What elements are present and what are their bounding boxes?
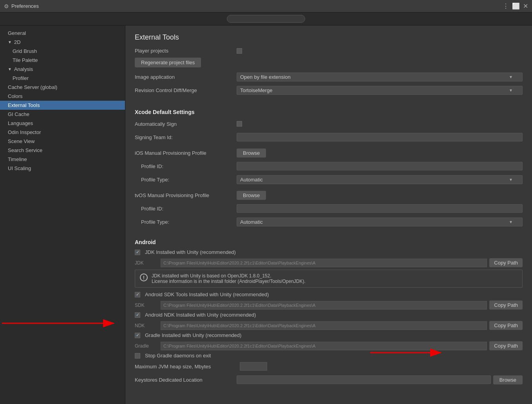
sidebar-label: Languages (8, 120, 33, 126)
sidebar-label: Tile Palette (13, 57, 38, 63)
sdk-copy-path-button[interactable]: Copy Path (489, 301, 523, 310)
revision-control-dropdown[interactable]: TortoiseMerge ▼ (237, 86, 523, 95)
sidebar-item-tile-palette[interactable]: Tile Palette (0, 56, 125, 65)
gradle-copy-path-button[interactable]: Copy Path (489, 341, 523, 350)
chevron-down-icon: ▼ (8, 67, 12, 71)
window-controls[interactable]: ⋮ ⬜ ✕ (503, 2, 528, 10)
sidebar-item-search-service[interactable]: Search Service (0, 146, 125, 155)
close-icon[interactable]: ✕ (523, 2, 528, 10)
chevron-down-icon: ▼ (8, 40, 12, 44)
ndk-path-row: NDK C:\Program Files\Unity\Hub\Editor\20… (135, 321, 523, 330)
search-input[interactable] (227, 15, 305, 23)
ndk-checkbox[interactable] (135, 312, 140, 318)
sidebar-item-languages[interactable]: Languages (0, 119, 125, 128)
ndk-copy-path-button[interactable]: Copy Path (489, 321, 523, 330)
sidebar-label: Cache Server (global) (8, 84, 57, 90)
page-title: External Tools (135, 33, 523, 42)
ios-browse-button[interactable]: Browse (237, 149, 266, 158)
player-projects-label: Player projects (135, 48, 237, 54)
stop-gradle-checkbox[interactable] (135, 353, 140, 359)
sidebar-label: UI Scaling (8, 165, 31, 171)
ndk-checkbox-row: Android NDK Installed with Unity (recomm… (135, 312, 523, 318)
gradle-checkbox[interactable] (135, 333, 140, 338)
sidebar-item-scene-view[interactable]: Scene View (0, 137, 125, 146)
jdk-checkbox-row: JDK Installed with Unity (recommended) (135, 249, 523, 255)
sidebar-label: Odin Inspector (8, 129, 41, 135)
sidebar-item-analysis[interactable]: ▼ Analysis (0, 65, 125, 74)
keystores-row: Keystores Dedicated Location C:/Users/20… (135, 375, 523, 384)
sidebar-label: 2D (14, 39, 21, 45)
sidebar-item-gi-cache[interactable]: GI Cache (0, 110, 125, 119)
player-projects-checkbox[interactable] (237, 48, 242, 54)
ios-profile-type-dropdown[interactable]: Automatic ▼ (237, 175, 523, 184)
sidebar-item-2d[interactable]: ▼ 2D (0, 38, 125, 47)
gradle-checkbox-label: Gradle Installed with Unity (recommended… (145, 332, 241, 338)
sidebar-label: Profiler (13, 75, 29, 81)
tvos-profile-type-dropdown[interactable]: Automatic ▼ (237, 217, 523, 226)
gradle-path-field: C:\Program Files\Unity\Hub\Editor\2020.2… (161, 342, 487, 350)
menu-icon[interactable]: ⋮ (503, 2, 509, 10)
sidebar-label: Scene View (8, 138, 34, 144)
sidebar-item-ui-scaling[interactable]: UI Scaling (0, 164, 125, 173)
main-layout: General ▼ 2D Grid Brush Tile Palette ▼ A… (0, 25, 532, 404)
gradle-checkbox-row: Gradle Installed with Unity (recommended… (135, 332, 523, 338)
ios-profile-id-row: Profile ID: (135, 161, 523, 171)
maximize-icon[interactable]: ⬜ (512, 2, 520, 10)
title-bar: ⚙ Preferences ⋮ ⬜ ✕ (0, 0, 532, 13)
sidebar-item-timeline[interactable]: Timeline (0, 155, 125, 164)
jdk-info-box: ! JDK installed with Unity is based on O… (135, 270, 523, 288)
ios-profile-id-input[interactable] (237, 162, 523, 170)
jdk-path-label: JDK (135, 260, 158, 266)
tvos-profile-type-row: Profile Type: Automatic ▼ (135, 217, 523, 226)
keystores-browse-button[interactable]: Browse (493, 375, 523, 384)
auto-sign-row: Automatically Sign (135, 119, 523, 129)
image-app-row: Image application Open by file extension… (135, 72, 523, 82)
keystores-input[interactable]: C:/Users/20190401-1 (237, 375, 491, 384)
chevron-down-icon: ▼ (509, 75, 513, 79)
max-jvm-row: Maximum JVM heap size, Mbytes 4096 (135, 362, 523, 371)
sidebar-item-external-tools[interactable]: External Tools (0, 101, 125, 110)
tvos-browse-button[interactable]: Browse (237, 191, 266, 200)
auto-sign-checkbox[interactable] (237, 121, 242, 127)
ios-profile-id-label: Profile ID: (135, 163, 237, 169)
tvos-profile-id-label: Profile ID: (135, 206, 237, 212)
player-projects-row: Player projects (135, 48, 523, 54)
regenerate-button[interactable]: Regenerate project files (135, 58, 201, 67)
sidebar-item-cache-server[interactable]: Cache Server (global) (0, 83, 125, 92)
ndk-checkbox-label: Android NDK Installed with Unity (recomm… (145, 312, 256, 318)
keystores-label: Keystores Dedicated Location (135, 377, 237, 383)
signing-team-input[interactable] (237, 133, 523, 141)
sidebar-label: Search Service (8, 147, 42, 153)
sidebar-item-grid-brush[interactable]: Grid Brush (0, 47, 125, 56)
sidebar-item-general[interactable]: General (0, 29, 125, 38)
jdk-info-text: JDK installed with Unity is based on Ope… (152, 273, 306, 284)
jdk-path-field: C:\Program Files\Unity\Hub\Editor\2020.2… (161, 259, 487, 267)
chevron-down-icon: ▼ (509, 88, 513, 92)
chevron-down-icon: ▼ (509, 178, 513, 182)
ios-profile-type-label: Profile Type: (135, 177, 237, 183)
jdk-checkbox-label: JDK Installed with Unity (recommended) (145, 249, 236, 255)
xcode-section-title: Xcode Default Settings (135, 109, 523, 115)
sidebar-label: GI Cache (8, 111, 29, 117)
sdk-checkbox[interactable] (135, 292, 140, 297)
signing-team-label: Signing Team Id: (135, 134, 237, 140)
stop-gradle-row: Stop Gradle daemons on exit (135, 353, 523, 359)
stop-gradle-label: Stop Gradle daemons on exit (145, 353, 211, 359)
jdk-copy-path-button[interactable]: Copy Path (489, 258, 523, 267)
tvos-profile-id-input[interactable] (237, 204, 523, 213)
sidebar-item-profiler[interactable]: Profiler (0, 74, 125, 83)
image-app-dropdown[interactable]: Open by file extension ▼ (237, 72, 523, 82)
sdk-checkbox-row: Android SDK Tools Installed with Unity (… (135, 292, 523, 297)
sidebar-label: Grid Brush (13, 48, 37, 54)
sdk-path-field: C:\Program Files\Unity\Hub\Editor\2020.2… (161, 301, 487, 310)
sidebar-label: Timeline (8, 156, 27, 162)
ios-profile-label: iOS Manual Provisioning Profile (135, 150, 237, 156)
content-area: External Tools Player projects Regenerat… (125, 25, 532, 404)
image-app-label: Image application (135, 74, 237, 80)
ios-profile-row: iOS Manual Provisioning Profile Browse (135, 148, 523, 158)
sidebar-item-odin-inspector[interactable]: Odin Inspector (0, 128, 125, 137)
max-jvm-input[interactable]: 4096 (240, 362, 267, 371)
sidebar-item-colors[interactable]: Colors (0, 92, 125, 101)
jdk-checkbox[interactable] (135, 250, 140, 255)
tvos-profile-label: tvOS Manual Provisioning Profile (135, 192, 237, 198)
